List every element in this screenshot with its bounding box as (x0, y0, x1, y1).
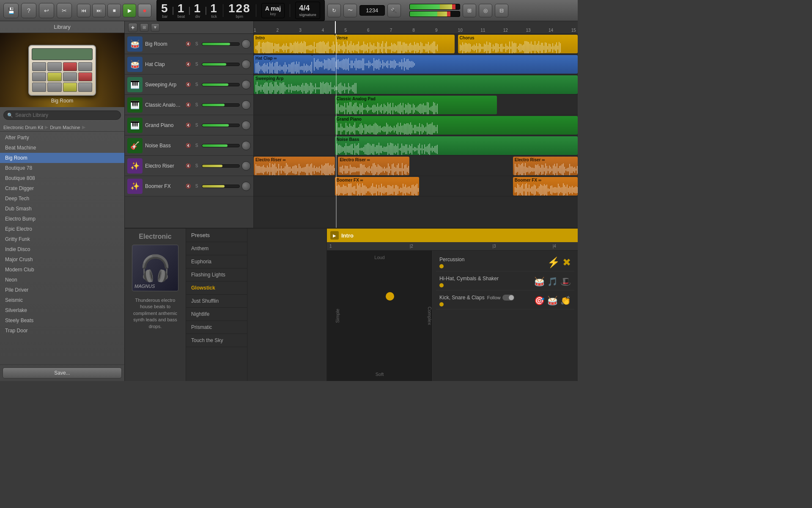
track-row[interactable]: ✨ Electro Riser 🔇 S (125, 156, 253, 176)
library-item[interactable]: Indie Disco (0, 244, 124, 254)
search-input[interactable] (15, 112, 117, 118)
library-item[interactable]: Dub Smash (0, 204, 124, 214)
undo-btn[interactable]: ↩ (39, 3, 54, 18)
library-item[interactable]: Neon (0, 275, 124, 285)
fader-track[interactable] (202, 63, 240, 66)
fader-track[interactable] (202, 103, 240, 107)
region-sweeparp[interactable]: Sweeping Arp (254, 75, 578, 94)
region-bigroom-intro[interactable]: Intro (254, 35, 335, 53)
expand-icon[interactable]: ⊞ (140, 23, 148, 32)
fader-track[interactable] (202, 124, 240, 127)
preset-item[interactable]: Touch the Sky (186, 334, 247, 347)
save-button[interactable]: Save... (3, 367, 122, 378)
library-item[interactable]: Silverlake (0, 305, 124, 315)
hihat-dot[interactable] (439, 283, 444, 287)
filter-icon[interactable]: ▼ (151, 23, 159, 32)
track-row[interactable]: 🎹 Classic Analog Pad 🔇 S (125, 95, 253, 115)
mute-btn[interactable]: 🔇 (185, 163, 192, 169)
plugin-btn[interactable]: 🔌 (387, 4, 401, 17)
mute-btn[interactable]: 🔇 (185, 102, 192, 108)
stop-btn[interactable]: ■ (107, 4, 121, 17)
region-grandpiano[interactable]: Grand Piano (335, 116, 578, 135)
track-row[interactable]: 🥁 Big Room 🔇 S (125, 34, 253, 54)
region-boomerfx-1[interactable]: Boomer FX ∞ (335, 177, 419, 196)
track-row[interactable]: 🎸 Noise Bass 🔇 S (125, 135, 253, 156)
solo-btn[interactable]: S (193, 81, 200, 88)
library-item[interactable]: Steely Beats (0, 315, 124, 326)
lightning-icon[interactable]: ⚡ (547, 257, 560, 268)
preset-item[interactable]: Anthem (186, 242, 247, 255)
fast-forward-btn[interactable]: ⏭ (92, 4, 106, 17)
volume-knob[interactable] (241, 80, 251, 89)
record-btn[interactable]: ● (138, 4, 151, 17)
region-electroriser-3[interactable]: Electro Riser ∞ (513, 157, 578, 175)
lcd-display[interactable]: 1234 (359, 5, 385, 16)
preset-item[interactable]: Just Shufflin (186, 295, 247, 308)
library-item[interactable]: Electro Bump (0, 214, 124, 224)
solo-btn[interactable]: S (193, 142, 200, 149)
preset-item[interactable]: Glowstick (186, 282, 247, 295)
library-item[interactable]: After Party (0, 133, 124, 143)
save-icon-btn[interactable]: 💾 (3, 3, 19, 18)
breadcrumb-item-1[interactable]: Electronic Drum Kit (3, 125, 43, 130)
region-hatclap-1[interactable]: Hat Clap ∞ (254, 55, 312, 74)
help-btn[interactable]: ? (21, 3, 36, 18)
volume-knob[interactable] (241, 141, 251, 150)
region-boomerfx-2[interactable]: Boomer FX ∞ (513, 177, 578, 196)
library-item[interactable]: Gritty Funk (0, 234, 124, 244)
fader-track[interactable] (202, 42, 240, 46)
volume-knob[interactable] (241, 100, 251, 110)
editors-btn[interactable]: ⊟ (495, 4, 508, 17)
library-item[interactable]: Boutique 808 (0, 173, 124, 183)
track-row[interactable]: ✨ Boomer FX 🔇 S (125, 176, 253, 196)
volume-knob[interactable] (241, 182, 251, 191)
fader-track[interactable] (202, 185, 240, 188)
hihat-icon[interactable]: 🥁 (534, 276, 545, 287)
shaker-icon[interactable]: 🎵 (547, 276, 558, 287)
wave-btn[interactable]: 〜 (343, 4, 357, 17)
library-item[interactable]: Big Room (0, 153, 124, 163)
track-row[interactable]: 🎹 Grand Piano 🔇 S (125, 115, 253, 135)
solo-btn[interactable]: S (193, 122, 200, 129)
add-track-btn[interactable]: + (128, 23, 137, 32)
rewind-btn[interactable]: ⏮ (77, 4, 91, 17)
snare-icon[interactable]: 🥁 (547, 295, 558, 306)
library-item[interactable]: Boutique 78 (0, 163, 124, 173)
smartcontrols-btn[interactable]: ◎ (479, 4, 492, 17)
mute-btn[interactable]: 🔇 (185, 183, 192, 190)
kick-dot[interactable] (439, 302, 444, 306)
fader-track[interactable] (202, 164, 240, 168)
scissors-btn[interactable]: ✂ (57, 3, 72, 18)
track-row[interactable]: 🎹 Sweeping Arp 🔇 S (125, 75, 253, 95)
mute-btn[interactable]: 🔇 (185, 122, 192, 129)
mute-btn[interactable]: 🔇 (185, 61, 192, 68)
region-bigroom-verse[interactable]: Verse (335, 35, 455, 53)
library-item[interactable]: Beat Machine (0, 143, 124, 153)
preset-item[interactable]: Nightlife (186, 308, 247, 321)
region-hatclap-2[interactable] (312, 55, 578, 74)
sync-btn[interactable]: ↻ (327, 4, 341, 17)
library-item[interactable]: Epic Electro (0, 224, 124, 234)
volume-knob[interactable] (241, 39, 251, 49)
library-item[interactable]: Trap Door (0, 326, 124, 336)
region-bigroom-chorus[interactable]: Chorus (458, 35, 578, 53)
volume-knob[interactable] (241, 161, 251, 171)
beat-play-btn[interactable]: ▶ (330, 231, 339, 240)
preset-item[interactable]: Prismatic (186, 321, 247, 334)
track-row[interactable]: 🥁 Hat Clap 🔇 S (125, 54, 253, 75)
region-noisebass[interactable]: Noise Bass (335, 136, 578, 155)
solo-btn[interactable]: S (193, 102, 200, 108)
region-electroriser-2[interactable]: Electro Riser ∞ (338, 157, 409, 175)
region-electroriser-1[interactable]: Electro Riser ∞ (254, 157, 335, 175)
breadcrumb-item-2[interactable]: Drum Machine (50, 125, 80, 130)
library-item[interactable]: Pile Driver (0, 285, 124, 295)
fader-track[interactable] (202, 83, 240, 86)
library-item[interactable]: Major Crush (0, 254, 124, 265)
mute-btn[interactable]: 🔇 (185, 81, 192, 88)
mute-btn[interactable]: 🔇 (185, 142, 192, 149)
fader-track[interactable] (202, 144, 240, 147)
tracks-content[interactable]: Intro Verse Chorus Ha (254, 34, 578, 228)
volume-knob[interactable] (241, 121, 251, 130)
clap-icon[interactable]: 👏 (560, 295, 571, 306)
xy-pad[interactable]: Loud Soft Simple Complex (327, 251, 433, 381)
